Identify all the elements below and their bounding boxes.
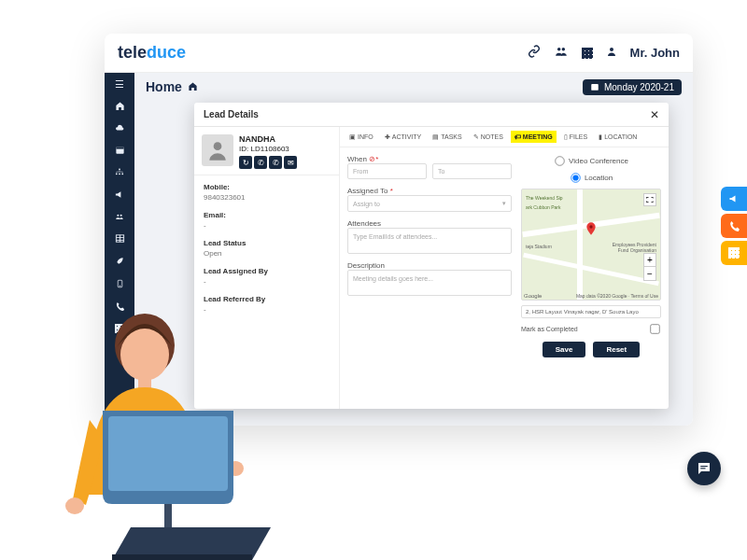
svg-point-16 [589,225,592,228]
location-radio[interactable]: Location [521,172,661,184]
topbar: teleduce Mr. John [105,34,693,73]
to-input[interactable]: To [432,163,512,179]
cloud-icon[interactable] [114,123,125,134]
svg-rect-17 [700,466,708,467]
lead-info: NANDHA ID: LD1108603 ↻ ✆ ✆ ✉ [239,134,297,169]
email-chip-icon[interactable]: ✉ [284,156,297,169]
map[interactable]: The Weekend Sip ark Cubbon Park teja Sta… [521,189,661,301]
tab-info[interactable]: ▣ INFO [345,131,377,144]
attendees-input[interactable]: Type EmailIds of attendees... [347,228,512,254]
attendees-label: Attendees [347,219,512,228]
apps-grid-icon[interactable] [582,48,593,59]
lead-name: NANDHA [239,134,297,144]
user-icon[interactable] [606,45,617,61]
location-panel: Video Conference Location The Weekend Si… [521,155,661,401]
map-label: teja Stadium [526,244,552,249]
whatsapp-chip-icon[interactable]: ✆ [254,156,267,169]
brand-part2: duce [147,43,186,62]
table-icon[interactable] [115,233,125,245]
tabs: ▣ INFO ✚ ACTIVITY ▤ TASKS ✎ NOTES 🏷 MEET… [340,127,669,147]
zoom-in[interactable]: + [644,254,655,267]
svg-point-1 [561,48,565,51]
lead-summary-column: NANDHA ID: LD1108603 ↻ ✆ ✆ ✉ Mobile:9840… [194,127,340,409]
calendar-icon[interactable] [115,145,125,157]
home-icon[interactable] [115,101,125,113]
description-input[interactable]: Meeting details goes here... [347,270,512,296]
map-logo: Google [524,293,542,299]
email-label: Email: [204,211,330,219]
content-area: Home Monday 2020-21 Lead Details ✕ [134,73,693,426]
svg-point-13 [120,286,120,287]
date-badge[interactable]: Monday 2020-21 [583,79,682,95]
menu-icon[interactable]: ☰ [115,78,124,91]
home-breadcrumb-icon[interactable] [188,81,198,93]
modal-header: Lead Details ✕ [194,103,669,127]
grid-icon[interactable] [115,324,124,333]
lead-details-modal: Lead Details ✕ NANDHA ID: LD1108603 ↻ [194,103,669,409]
phone-icon[interactable] [115,301,125,314]
mobile-icon[interactable] [116,278,124,291]
svg-rect-14 [591,84,599,91]
tab-files[interactable]: ▯ FILES [560,131,591,144]
chat-fab[interactable] [687,452,721,485]
tab-location[interactable]: ▮ LOCATION [595,131,641,144]
fab-grid-icon[interactable] [721,241,747,265]
lead-card: NANDHA ID: LD1108603 ↻ ✆ ✆ ✉ [194,127,339,175]
assignedby-label: Lead Assigned By [204,267,330,275]
chevron-down-icon: ▾ [502,200,506,207]
reset-button[interactable]: Reset [593,342,640,357]
rocket-icon[interactable] [115,256,125,268]
tab-activity[interactable]: ✚ ACTIVITY [381,131,426,144]
megaphone-icon[interactable] [114,189,125,202]
brand-part1: tele [118,43,147,62]
svg-point-10 [120,215,122,217]
tab-tasks[interactable]: ▤ TASKS [429,131,465,144]
assignedto-select[interactable]: Assign to▾ [347,195,512,212]
email-value: - [204,221,330,230]
svg-point-9 [117,215,119,217]
videoconf-radio[interactable]: Video Conference [521,155,661,167]
mobile-value: 9840323601 [204,193,330,202]
tab-notes[interactable]: ✎ NOTES [470,131,507,144]
from-input[interactable]: From [347,163,427,179]
lead-fields: Mobile:9840323601 Email:- Lead StatusOpe… [194,175,339,321]
modal-body: NANDHA ID: LD1108603 ↻ ✆ ✆ ✉ Mobile:9840… [194,127,669,409]
svg-rect-25 [108,416,228,491]
username[interactable]: Mr. John [630,46,680,60]
save-button[interactable]: Save [543,342,586,357]
detail-column: ▣ INFO ✚ ACTIVITY ▤ TASKS ✎ NOTES 🏷 MEET… [340,127,669,409]
when-label: When [347,155,367,163]
svg-rect-24 [164,462,172,527]
fullscreen-icon[interactable]: ⛶ [643,193,656,206]
app-window: teleduce Mr. John ☰ [105,34,693,426]
sidebar: ☰ [105,73,134,426]
address-input[interactable]: 2, HSR Layout Vinayak nagar, D' Souza La… [521,305,661,318]
call-chip-icon[interactable]: ✆ [269,156,282,169]
users-icon[interactable] [554,45,569,61]
brand-logo: teleduce [118,43,186,63]
status-label: Lead Status [204,239,330,247]
action-chips: ↻ ✆ ✆ ✉ [239,156,297,169]
date-text: Monday 2020-21 [604,82,674,92]
zoom-controls: +− [643,253,656,281]
fab-megaphone-icon[interactable] [721,187,747,211]
link-icon[interactable] [528,45,541,61]
zoom-out[interactable]: − [644,267,655,280]
tab-meeting[interactable]: 🏷 MEETING [511,131,557,143]
mark-complete-checkbox[interactable] [650,324,659,333]
svg-point-7 [119,173,120,175]
assignedby-value: - [204,277,330,286]
side-fabs [721,187,747,268]
topbar-right: Mr. John [528,45,680,61]
map-pin-icon [584,221,599,238]
meeting-form: When ⊘* From To Assigned To * Assign to▾ [347,155,512,401]
refresh-chip-icon[interactable]: ↻ [239,156,252,169]
fab-phone-icon[interactable] [721,214,747,238]
org-icon[interactable] [114,167,125,179]
group-icon[interactable] [114,212,125,223]
calendar-badge-icon [590,82,599,91]
svg-point-5 [119,168,120,170]
mark-complete-label: Mark as Completed [521,326,578,332]
close-icon[interactable]: ✕ [650,108,659,121]
lead-id: ID: LD1108603 [239,145,297,153]
